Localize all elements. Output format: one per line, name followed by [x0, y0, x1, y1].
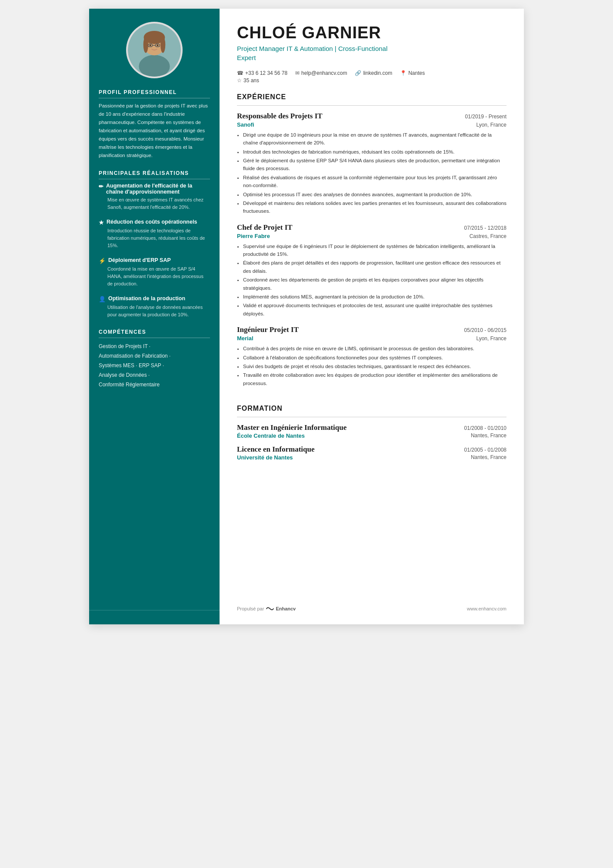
footer-content: Propulsé par Enhancv www.enhancv.com: [237, 606, 506, 611]
svg-point-10: [157, 44, 159, 46]
exp-company-3: Merial: [237, 335, 253, 342]
skill-2: Automatisation de Fabrication ·: [99, 351, 210, 361]
bullet-3-4: Travaillé en étroite collaboration avec …: [243, 371, 506, 387]
main-content: CHLOÉ GARNIER Project Manager IT & Autom…: [220, 9, 524, 624]
resume-page: PROFIL PROFESSIONNEL Passionnée par la g…: [89, 9, 524, 624]
exp-bullets-3: Contribué à des projets de mise en œuvre…: [237, 345, 506, 387]
experience-title: EXPÉRIENCE: [237, 93, 506, 101]
exp-bullets-2: Supervisé une équipe de 6 ingénieurs IT …: [237, 242, 506, 318]
competences-title: COMPÉTENCES: [99, 329, 210, 338]
achievement-title-3: ⚡ Déploiement d'ERP SAP: [99, 257, 210, 264]
exp-dates-3: 05/2010 - 06/2015: [464, 327, 506, 333]
edu-location-2: Nantes, France: [471, 454, 506, 461]
bullet-2-1: Supervisé une équipe de 6 ingénieurs IT …: [243, 242, 506, 258]
bullet-1-6: Développé et maintenu des relations soli…: [243, 199, 506, 215]
exp-sub-1: Sanofi Lyon, France: [237, 121, 506, 128]
edu-dates-2: 01/2005 - 01/2008: [464, 447, 506, 453]
svg-point-5: [160, 37, 165, 53]
realisations-section: PRINCIPALES RÉALISATIONS ✏ Augmentation …: [99, 170, 210, 318]
location-contact: 📍 Nantes: [400, 70, 425, 76]
achievement-title-2: ★ Réduction des coûts opérationnels: [99, 219, 210, 226]
contact-row-2: ☆ 35 ans: [237, 77, 506, 84]
formation-title: FORMATION: [237, 405, 506, 412]
bullet-1-5: Optimisé les processus IT avec des analy…: [243, 191, 506, 198]
realisations-title: PRINCIPALES RÉALISATIONS: [99, 170, 210, 179]
svg-point-1: [139, 55, 170, 78]
bullet-1-4: Réalisé des évaluations de risques et as…: [243, 174, 506, 190]
bullet-2-5: Validé et approuvé documents techniques …: [243, 302, 506, 318]
edu-school-1: École Centrale de Nantes: [237, 432, 305, 439]
bullet-3-2: Collaboré à l'élaboration de spécificati…: [243, 354, 506, 362]
svg-point-9: [150, 44, 151, 46]
formation-section: FORMATION Master en Ingénierie Informati…: [237, 405, 506, 467]
avatar: [126, 22, 183, 78]
edu-degree-2: Licence en Informatique: [237, 445, 314, 454]
achievement-desc-4: Utilisation de l'analyse de données avan…: [99, 304, 210, 318]
edu-dates-1: 01/2008 - 01/2010: [464, 425, 506, 431]
achievement-title-4: 👤 Optimisation de la production: [99, 295, 210, 302]
enhancv-logo: Enhancv: [266, 606, 296, 611]
exp-header-3: Ingénieur Projet IT 05/2010 - 06/2015: [237, 325, 506, 334]
competences-section: COMPÉTENCES Gestion de Projets IT · Auto…: [99, 329, 210, 389]
bullet-1-3: Géré le déploiement du système ERP SAP S…: [243, 157, 506, 173]
edu-location-1: Nantes, France: [471, 432, 506, 439]
exp-header-1: Responsable des Projets IT 01/2019 - Pre…: [237, 112, 506, 121]
candidate-name: CHLOÉ GARNIER: [237, 24, 506, 42]
star-outline-icon: ☆: [237, 77, 242, 84]
skill-4: Analyse de Données ·: [99, 370, 210, 380]
exp-bullets-1: Dirigé une équipe de 10 ingénieurs pour …: [237, 131, 506, 215]
linkedin-icon: 🔗: [355, 70, 361, 76]
achievement-title-1: ✏ Augmentation de l'efficacité de la cha…: [99, 183, 210, 195]
achievement-item-4: 👤 Optimisation de la production Utilisat…: [99, 295, 210, 318]
exp-title-2: Chef de Projet IT: [237, 223, 293, 232]
exp-item-3: Ingénieur Projet IT 05/2010 - 06/2015 Me…: [237, 325, 506, 387]
linkedin-contact: 🔗 linkedin.com: [355, 70, 392, 76]
footer-bar: Propulsé par Enhancv www.enhancv.com: [237, 598, 506, 611]
experience-divider: [237, 105, 506, 106]
exp-item-2: Chef de Projet IT 07/2015 - 12/2018 Pier…: [237, 223, 506, 318]
achievement-desc-3: Coordonné la mise en œuvre de SAP S/4 HA…: [99, 265, 210, 288]
exp-item-1: Responsable des Projets IT 01/2019 - Pre…: [237, 112, 506, 215]
propulse-label: Propulsé par: [237, 606, 264, 611]
footer-website: www.enhancv.com: [467, 606, 506, 611]
sidebar: PROFIL PROFESSIONNEL Passionnée par la g…: [89, 9, 220, 624]
candidate-title: Project Manager IT & Automation | Cross-…: [237, 44, 506, 62]
edu-header-1: Master en Ingénierie Informatique 01/200…: [237, 423, 506, 432]
achievement-desc-2: Introduction réussie de technologies de …: [99, 227, 210, 249]
sidebar-footer: [89, 610, 220, 624]
exp-company-2: Pierre Fabre: [237, 233, 270, 239]
enhancv-logo-icon: [266, 606, 274, 611]
sidebar-content: PROFIL PROFESSIONNEL Passionnée par la g…: [89, 89, 220, 413]
profil-section: PROFIL PROFESSIONNEL Passionnée par la g…: [99, 89, 210, 160]
profil-title: PROFIL PROFESSIONNEL: [99, 89, 210, 98]
exp-sub-3: Merial Lyon, France: [237, 335, 506, 342]
edu-header-2: Licence en Informatique 01/2005 - 01/200…: [237, 445, 506, 454]
edu-sub-1: École Centrale de Nantes Nantes, France: [237, 432, 506, 439]
skill-5: Conformité Réglementaire: [99, 380, 210, 389]
email-icon: ✉: [295, 70, 300, 76]
pencil-icon: ✏: [99, 183, 103, 190]
edu-degree-1: Master en Ingénierie Informatique: [237, 423, 346, 432]
phone-contact: ☎ +33 6 12 34 56 78: [237, 70, 287, 76]
edu-school-2: Université de Nantes: [237, 454, 293, 461]
exp-location-2: Castres, France: [470, 233, 506, 239]
achievement-item-1: ✏ Augmentation de l'efficacité de la cha…: [99, 183, 210, 211]
exp-dates-1: 01/2019 - Present: [465, 114, 506, 120]
bullet-1-1: Dirigé une équipe de 10 ingénieurs pour …: [243, 131, 506, 147]
profil-text: Passionnée par la gestion de projets IT …: [99, 102, 210, 160]
exp-header-2: Chef de Projet IT 07/2015 - 12/2018: [237, 223, 506, 232]
contact-row: ☎ +33 6 12 34 56 78 ✉ help@enhancv.com 🔗…: [237, 70, 506, 76]
formation-divider: [237, 417, 506, 417]
bullet-2-2: Élaboré des plans de projet détaillés et…: [243, 259, 506, 275]
location-icon: 📍: [400, 70, 406, 76]
person-icon: 👤: [99, 296, 106, 302]
skill-3: Systèmes MES · ERP SAP ·: [99, 361, 210, 370]
exp-location-1: Lyon, France: [476, 122, 506, 128]
svg-point-4: [143, 37, 148, 53]
photo-area: [89, 9, 220, 89]
achievement-desc-1: Mise en œuvre de systèmes IT avancés che…: [99, 196, 210, 211]
avatar-image: [128, 22, 181, 78]
skill-1: Gestion de Projets IT ·: [99, 342, 210, 351]
bullet-3-3: Suivi des budgets de projet et résolu de…: [243, 362, 506, 370]
name-section: CHLOÉ GARNIER Project Manager IT & Autom…: [237, 24, 506, 62]
